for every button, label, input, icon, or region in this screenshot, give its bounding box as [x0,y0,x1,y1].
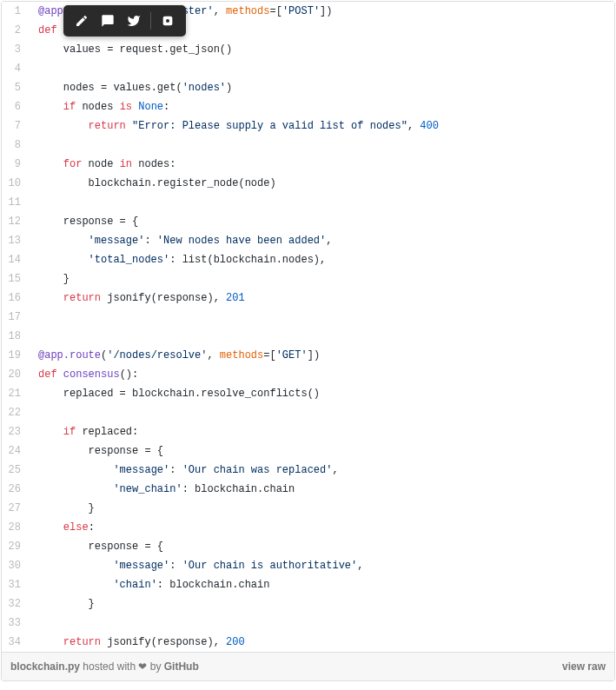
twitter-icon[interactable] [121,8,147,34]
line-number[interactable]: 31 [2,575,30,594]
line-number[interactable]: 29 [2,537,30,556]
line-content[interactable]: } [30,269,70,289]
line-content[interactable]: response = { [30,212,138,231]
line-content[interactable] [30,59,38,78]
line-number[interactable]: 25 [2,461,30,480]
line-number[interactable]: 33 [2,614,30,633]
line-number[interactable]: 24 [2,441,30,461]
line-number[interactable]: 32 [2,594,30,614]
line-number[interactable]: 1 [2,2,30,21]
code-line: 29 response = { [2,537,614,556]
line-content[interactable]: blockchain.register_node(node) [30,174,276,193]
line-content[interactable] [30,614,38,633]
line-number[interactable]: 18 [2,327,30,346]
line-number[interactable]: 5 [2,78,30,97]
line-number[interactable]: 4 [2,59,30,78]
line-content[interactable] [30,193,38,212]
code-line: 24 response = { [2,441,614,461]
line-number[interactable]: 12 [2,212,30,231]
code-line: 15 } [2,269,614,289]
code-line: 34 return jsonify(response), 200 [2,633,614,652]
code-line: 13 'message': 'New nodes have been added… [2,231,614,250]
line-content[interactable]: nodes = values.get('nodes') [30,78,232,97]
line-number[interactable]: 11 [2,193,30,212]
code-line: 32 } [2,594,614,614]
code-line: 28 else: [2,518,614,537]
line-number[interactable]: 6 [2,97,30,116]
line-content[interactable]: 'message': 'Our chain was replaced', [30,461,339,480]
view-raw-link[interactable]: view raw [562,660,606,673]
line-content[interactable]: if replaced: [30,422,138,441]
line-number[interactable]: 15 [2,269,30,289]
highlight-icon[interactable] [69,8,95,34]
comment-icon[interactable] [95,8,121,34]
line-content[interactable] [30,136,38,155]
line-content[interactable]: return jsonify(response), 200 [30,633,245,652]
line-number[interactable]: 16 [2,289,30,308]
line-content[interactable]: @app.route('/nodes/resolve', methods=['G… [30,346,320,365]
line-content[interactable]: for node in nodes: [30,155,176,174]
code-line: 25 'message': 'Our chain was replaced', [2,461,614,480]
line-content[interactable]: return jsonify(response), 201 [30,289,245,308]
github-link[interactable]: GitHub [164,660,199,673]
line-number[interactable]: 28 [2,518,30,537]
line-number[interactable]: 13 [2,231,30,250]
code-line: 23 if replaced: [2,422,614,441]
line-content[interactable]: 'message': 'New nodes have been added', [30,231,332,250]
line-content[interactable]: 'total_nodes': list(blockchain.nodes), [30,250,326,269]
line-number[interactable]: 21 [2,384,30,403]
code-line: 27 } [2,499,614,518]
line-number[interactable]: 20 [2,365,30,384]
line-content[interactable]: replaced = blockchain.resolve_conflicts(… [30,384,320,403]
code-area[interactable]: 1@app.route('/nodes/register', methods=[… [2,2,614,652]
code-line: 21 replaced = blockchain.resolve_conflic… [2,384,614,403]
line-content[interactable]: if nodes is None: [30,97,169,116]
line-content[interactable] [30,327,38,346]
code-line: 12 response = { [2,212,614,231]
line-number[interactable]: 9 [2,155,30,174]
line-content[interactable]: } [30,499,95,518]
line-content[interactable]: } [30,594,95,614]
line-number[interactable]: 19 [2,346,30,365]
line-content[interactable]: values = request.get_json() [30,40,232,59]
code-line: 18 [2,327,614,346]
line-number[interactable]: 17 [2,308,30,327]
line-content[interactable]: response = { [30,441,163,461]
line-number[interactable]: 3 [2,40,30,59]
code-line: 5 nodes = values.get('nodes') [2,78,614,97]
line-number[interactable]: 10 [2,174,30,193]
line-content[interactable]: return "Error: Please supply a valid lis… [30,116,439,136]
line-number[interactable]: 2 [2,21,30,40]
filename-link[interactable]: blockchain.py [10,660,80,673]
line-content[interactable]: 'new_chain': blockchain.chain [30,480,295,499]
line-number[interactable]: 27 [2,499,30,518]
line-content[interactable]: 'chain': blockchain.chain [30,575,269,594]
line-number[interactable]: 7 [2,116,30,136]
code-line: 9 for node in nodes: [2,155,614,174]
code-line: 22 [2,403,614,422]
line-number[interactable]: 34 [2,633,30,652]
line-number[interactable]: 14 [2,250,30,269]
line-number[interactable]: 30 [2,556,30,575]
line-content[interactable] [30,308,38,327]
line-number[interactable]: 8 [2,136,30,155]
code-line: 11 [2,193,614,212]
line-number[interactable]: 22 [2,403,30,422]
gist-footer: blockchain.py hosted with ❤ by GitHub vi… [2,652,614,680]
line-number[interactable]: 23 [2,422,30,441]
by-text: by [147,660,163,673]
line-number[interactable]: 26 [2,480,30,499]
line-content[interactable]: response = { [30,537,163,556]
line-content[interactable]: else: [30,518,95,537]
code-line: 20def consensus(): [2,365,614,384]
code-line: 16 return jsonify(response), 201 [2,289,614,308]
toolbar-separator [150,12,151,30]
buffer-icon[interactable] [155,8,181,34]
code-line: 33 [2,614,614,633]
code-line: 3 values = request.get_json() [2,40,614,59]
line-content[interactable] [30,403,38,422]
code-line: 8 [2,136,614,155]
line-content[interactable]: def consensus(): [30,365,138,384]
code-line: 30 'message': 'Our chain is authoritativ… [2,556,614,575]
line-content[interactable]: 'message': 'Our chain is authoritative', [30,556,363,575]
